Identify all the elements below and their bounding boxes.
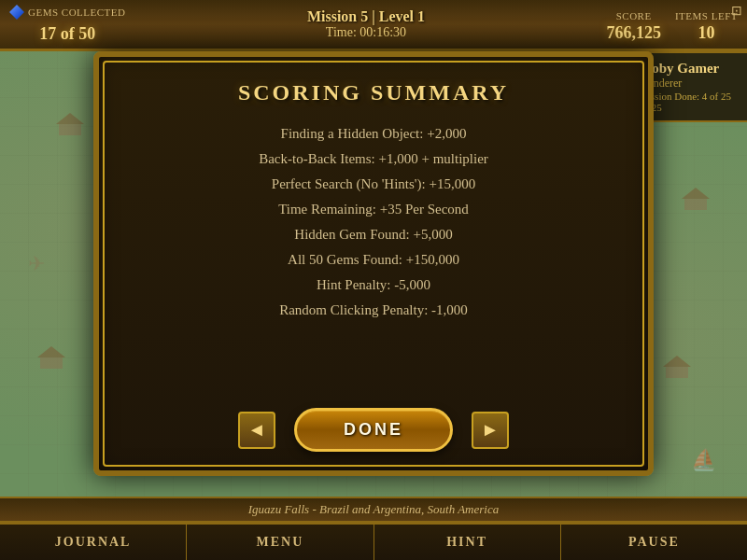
map-decoration-house3: [682, 187, 710, 210]
score-label: Score: [616, 10, 652, 21]
mission-title: Mission 5 | Level 1: [307, 8, 425, 25]
score-row: Back-to-Back Items: +1,000 + multiplier: [127, 149, 620, 169]
score-box: Score 766,125: [606, 7, 661, 43]
score-row: Hint Penalty: -5,000: [127, 275, 620, 295]
footer-btn-journal[interactable]: JOURNAL: [0, 525, 187, 560]
gems-value: 17 of 50: [39, 24, 95, 44]
score-row: Hidden Gem Found: +5,000: [127, 225, 620, 245]
mission-time: Time: 00:16:30: [326, 25, 406, 40]
scoring-dialog: Scoring Summary Finding a Hidden Object:…: [93, 51, 654, 476]
map-decoration-scroll1: ✈: [28, 252, 45, 276]
footer-buttons: JOURNALMENUHINTPAUSE: [0, 523, 747, 560]
score-row: Time Remaining: +35 Per Second: [127, 200, 620, 219]
fullscreen-button[interactable]: ⊡: [731, 3, 742, 19]
items-left-box: Items Left 10: [675, 7, 738, 43]
map-decoration-scroll2: ⛵: [691, 448, 716, 472]
footer-btn-pause[interactable]: PAUSE: [561, 525, 747, 560]
dialog-title: Scoring Summary: [238, 80, 509, 105]
next-arrow-button[interactable]: ►: [472, 412, 509, 449]
gems-label: Gems Collected: [28, 7, 125, 18]
map-decoration-house4: [663, 355, 691, 378]
map-decoration-house1: [56, 112, 84, 135]
score-row: Perfect Search (No 'Hints'): +15,000: [127, 175, 620, 194]
location-bar: Iguazu Falls - Brazil and Argentina, Sou…: [0, 497, 747, 523]
score-entries: Finding a Hidden Object: +2,000Back-to-B…: [127, 124, 620, 394]
top-bar: Gems Collected 17 of 50 Mission 5 | Leve…: [0, 0, 747, 51]
gem-icon: [9, 5, 24, 20]
score-row: Random Clicking Penalty: -1,000: [127, 301, 620, 320]
location-text: Iguazu Falls - Brazil and Argentina, Sou…: [248, 502, 499, 517]
footer-btn-hint[interactable]: HINT: [374, 525, 561, 560]
items-left-label: Items Left: [675, 10, 738, 21]
dialog-footer: ◄ DONE ►: [238, 408, 509, 452]
map-decoration-house2: [37, 345, 65, 369]
done-button[interactable]: DONE: [294, 408, 453, 452]
dialog-overlay: Scoring Summary Finding a Hidden Object:…: [93, 51, 654, 476]
score-section: Score 766,125 Items Left 10: [606, 7, 738, 43]
score-row: Finding a Hidden Object: +2,000: [127, 124, 620, 144]
items-left-value: 10: [698, 23, 714, 42]
gems-section: Gems Collected 17 of 50: [9, 5, 125, 44]
footer-btn-menu[interactable]: MENU: [187, 525, 374, 560]
mission-section: Mission 5 | Level 1 Time: 00:16:30: [307, 8, 425, 40]
score-value: 766,125: [606, 23, 661, 42]
prev-arrow-button[interactable]: ◄: [238, 412, 275, 449]
score-row: All 50 Gems Found: +150,000: [127, 250, 620, 270]
